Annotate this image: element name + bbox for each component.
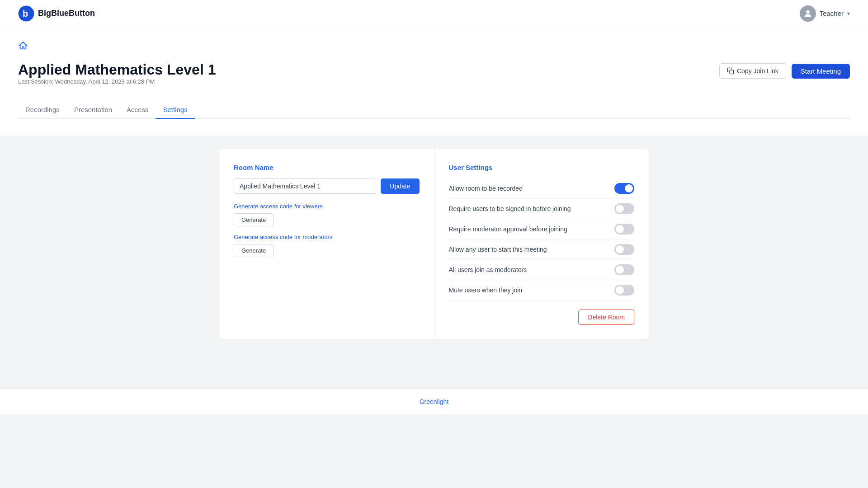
toggle-mute-on-join-label: Mute users when they join [449, 286, 523, 294]
toggle-any-user-start: Allow any user to start this meeting [449, 239, 635, 260]
svg-text:b: b [23, 9, 28, 19]
svg-rect-3 [730, 70, 734, 74]
toggle-mute-on-join-switch[interactable] [614, 285, 634, 296]
user-menu[interactable]: Teacher ▾ [800, 5, 850, 22]
breadcrumb[interactable] [18, 41, 850, 52]
start-meeting-button[interactable]: Start Meeting [792, 64, 850, 79]
toggle-allow-recorded-label: Allow room to be recorded [449, 185, 523, 192]
toggle-signed-in-label: Require users to be signed in before joi… [449, 205, 571, 212]
svg-point-2 [806, 10, 809, 13]
logo-text: BigBlueButton [38, 9, 95, 18]
toggle-allow-recorded: Allow room to be recorded [449, 178, 635, 199]
copy-join-link-button[interactable]: Copy Join Link [719, 63, 786, 79]
moderators-access-code-section: Generate access code for moderators Gene… [234, 234, 420, 257]
right-panel: User Settings Allow room to be recorded … [434, 149, 649, 339]
page-title: Applied Mathematics Level 1 [18, 61, 216, 78]
last-session-label: Last Session: Wednesday, April 12, 2023 … [18, 78, 216, 85]
toggle-any-user-start-label: Allow any user to start this meeting [449, 246, 547, 253]
viewers-access-code-section: Generate access code for viewers Generat… [234, 203, 420, 226]
toggle-signed-in: Require users to be signed in before joi… [449, 199, 635, 219]
generate-viewers-button[interactable]: Generate [234, 213, 274, 226]
page-header: Applied Mathematics Level 1 Last Session… [18, 61, 850, 98]
toggle-join-as-moderators: All users join as moderators [449, 260, 635, 280]
toggle-moderator-approval-label: Require moderator approval before joinin… [449, 225, 567, 233]
toggle-moderator-approval: Require moderator approval before joinin… [449, 219, 635, 239]
generate-moderators-button[interactable]: Generate [234, 244, 274, 257]
tab-settings[interactable]: Settings [156, 101, 194, 119]
viewers-access-label: Generate access code for viewers [234, 203, 420, 210]
user-settings-section-title: User Settings [449, 164, 635, 171]
room-name-input[interactable] [234, 178, 376, 194]
toggle-mute-on-join: Mute users when they join [449, 280, 635, 300]
left-panel: Room Name Update Generate access code fo… [219, 149, 434, 339]
user-name-label: Teacher [820, 9, 844, 17]
toggle-join-as-moderators-label: All users join as moderators [449, 266, 527, 273]
footer-text: Greenlight [420, 398, 449, 405]
moderators-access-label: Generate access code for moderators [234, 234, 420, 240]
tabs-nav: Recordings Presentation Access Settings [18, 101, 850, 119]
room-name-section-title: Room Name [234, 164, 420, 171]
delete-room-button[interactable]: Delete Room [578, 310, 634, 325]
toggle-signed-in-switch[interactable] [614, 203, 634, 214]
logo-area: b BigBlueButton [18, 5, 95, 22]
chevron-down-icon: ▾ [847, 10, 850, 17]
header-actions: Copy Join Link Start Meeting [719, 63, 850, 79]
main-content: Applied Mathematics Level 1 Last Session… [0, 27, 868, 136]
tab-access[interactable]: Access [119, 101, 156, 119]
copy-icon [727, 67, 734, 75]
home-icon[interactable] [18, 44, 28, 52]
update-button[interactable]: Update [381, 178, 419, 194]
bigbluebutton-logo-icon: b [18, 5, 34, 22]
delete-room-area: Delete Room [449, 310, 635, 325]
room-name-row: Update [234, 178, 420, 194]
tab-recordings[interactable]: Recordings [18, 101, 67, 119]
footer: Greenlight [0, 389, 868, 414]
toggle-moderator-approval-switch[interactable] [614, 224, 634, 235]
tab-presentation[interactable]: Presentation [67, 101, 119, 119]
toggle-any-user-start-switch[interactable] [614, 244, 634, 255]
header: b BigBlueButton Teacher ▾ [0, 0, 868, 27]
toggle-allow-recorded-switch[interactable] [614, 183, 634, 194]
toggle-join-as-moderators-switch[interactable] [614, 264, 634, 275]
avatar [800, 5, 816, 22]
settings-area: Room Name Update Generate access code fo… [0, 136, 868, 389]
settings-card: Room Name Update Generate access code fo… [219, 149, 649, 339]
